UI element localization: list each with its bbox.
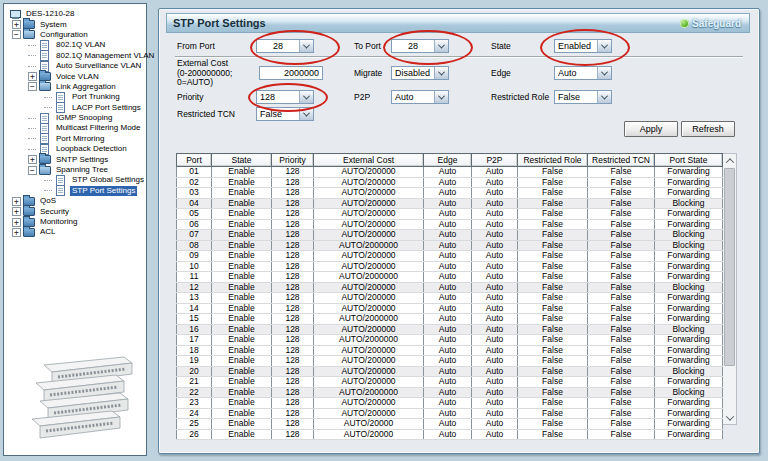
doc-icon [40, 123, 49, 134]
tree-connector [28, 55, 36, 56]
collapse-icon[interactable]: − [12, 30, 21, 39]
expand-icon[interactable]: + [28, 155, 37, 164]
tree-item-label: SNTP Settings [54, 155, 110, 165]
tree-item[interactable]: Loopback Detection [8, 144, 145, 154]
migrate-select[interactable]: Disabled [391, 66, 449, 80]
tree-item[interactable]: 802.1Q Management VLAN [8, 51, 145, 61]
chevron-down-icon [299, 91, 313, 103]
p2p-label: P2P [354, 93, 370, 103]
from-port-label: From Port [177, 42, 215, 52]
tree-item-label: QoS [38, 196, 58, 206]
expand-icon[interactable]: + [12, 228, 21, 237]
table-row: 05Enable128AUTO/200000AutoAutoFalseFalse… [177, 209, 723, 220]
chevron-down-icon [434, 40, 448, 52]
tree-item-label: Spanning Tree [54, 165, 110, 175]
tree-item[interactable]: LACP Port Settings [8, 103, 145, 113]
expand-icon[interactable]: + [12, 197, 21, 206]
page-title: STP Port Settings [167, 17, 680, 29]
safeguard-logo: Safeguard [680, 18, 749, 29]
tree-item[interactable]: +SNTP Settings [8, 154, 145, 164]
collapse-icon[interactable]: − [28, 166, 37, 175]
from-port-select[interactable]: 28 [256, 39, 314, 53]
external-cost-input[interactable] [259, 66, 323, 80]
expand-icon[interactable]: + [28, 72, 37, 81]
priority-select[interactable]: 128 [256, 90, 314, 104]
edge-select[interactable]: Auto [554, 66, 612, 80]
folder-open-icon [39, 82, 51, 91]
tree-item[interactable]: Port Mirroring [8, 134, 145, 144]
tree-item[interactable]: Multicast Filtering Mode [8, 123, 145, 133]
chevron-down-icon [434, 67, 448, 79]
switch-stack-illustration [14, 350, 140, 450]
tree-item[interactable]: STP Global Settings [8, 175, 145, 185]
port-table: PortStatePriorityExternal CostEdgeP2PRes… [176, 153, 723, 440]
table-row: 21Enable128AUTO/200000AutoAutoFalseFalse… [177, 377, 723, 388]
tree-item[interactable]: IGMP Snooping [8, 113, 145, 123]
table-scrollbar[interactable] [723, 153, 737, 425]
collapse-icon[interactable]: − [28, 82, 37, 91]
doc-icon [56, 92, 65, 103]
table-row: 18Enable128AUTO/200000AutoAutoFalseFalse… [177, 345, 723, 356]
to-port-select[interactable]: 28 [391, 39, 449, 53]
tree-item-label: System [38, 20, 69, 30]
table-row: 11Enable128AUTO/2000000AutoAutoFalseFals… [177, 272, 723, 283]
tree-connector [44, 180, 52, 181]
tree-connector [28, 128, 36, 129]
column-header: Priority [272, 154, 314, 167]
tree-item-label: IGMP Snooping [54, 113, 114, 123]
tree-connector [28, 45, 36, 46]
tree-item[interactable]: −Link Aggregation [8, 82, 145, 92]
expand-icon[interactable]: + [12, 20, 21, 29]
p2p-select[interactable]: Auto [391, 90, 449, 104]
state-select[interactable]: Enabled [554, 39, 612, 53]
table-row: 25Enable128AUTO/20000AutoAutoFalseFalseF… [177, 419, 723, 430]
tree-connector [44, 97, 52, 98]
table-row: 03Enable128AUTO/200000AutoAutoFalseFalse… [177, 188, 723, 199]
apply-button[interactable]: Apply [624, 121, 678, 137]
tree-item-label: Port Mirroring [54, 134, 106, 144]
refresh-button[interactable]: Refresh [681, 121, 735, 137]
doc-icon [56, 102, 65, 113]
tree-item-label: Voice VLAN [54, 72, 101, 82]
safeguard-icon [680, 19, 689, 28]
sidebar-panel: DES-1210-28+System−Configuration802.1Q V… [3, 3, 147, 456]
doc-icon [40, 113, 49, 124]
port-table-container: PortStatePriorityExternal CostEdgeP2PRes… [176, 153, 737, 440]
tree-item-label: Loopback Detection [54, 144, 129, 154]
table-row: 08Enable128AUTO/2000000AutoAutoFalseFals… [177, 240, 723, 251]
tree-item-label: DES-1210-28 [24, 9, 76, 19]
expand-icon[interactable]: + [12, 207, 21, 216]
tree-item[interactable]: Port Trunking [8, 92, 145, 102]
table-row: 19Enable128AUTO/200000AutoAutoFalseFalse… [177, 356, 723, 367]
tree-connector [28, 138, 36, 139]
table-row: 09Enable128AUTO/200000AutoAutoFalseFalse… [177, 251, 723, 262]
column-header: P2P [472, 154, 518, 167]
tree-item[interactable]: +ACL [8, 227, 145, 237]
table-row: 10Enable128AUTO/200000AutoAutoFalseFalse… [177, 261, 723, 272]
tree-item[interactable]: 802.1Q VLAN [8, 40, 145, 50]
screen: DES-1210-28+System−Configuration802.1Q V… [0, 0, 768, 461]
tree-item[interactable]: +Voice VLAN [8, 71, 145, 81]
scroll-down-icon[interactable] [723, 411, 736, 424]
doc-icon [40, 133, 49, 144]
restricted-role-select[interactable]: False [554, 90, 612, 104]
expand-icon[interactable]: + [12, 218, 21, 227]
tree-item[interactable]: −Spanning Tree [8, 165, 145, 175]
tree-connector [44, 107, 52, 108]
tree-item-label: Auto Surveillance VLAN [54, 61, 143, 71]
restricted-tcn-select[interactable]: False [256, 107, 314, 121]
column-header: Port State [655, 154, 723, 167]
table-row: 07Enable128AUTO/200000AutoAutoFalseFalse… [177, 230, 723, 241]
tree-item-label: 802.1Q Management VLAN [54, 51, 156, 61]
to-port-label: To Port [354, 42, 381, 52]
tree-item[interactable]: Auto Surveillance VLAN [8, 61, 145, 71]
scrollbar-thumb[interactable] [724, 168, 735, 366]
tree-item[interactable]: −Configuration [8, 30, 145, 40]
scroll-up-icon[interactable] [723, 154, 736, 167]
tree-connector [44, 190, 52, 191]
tree-item-label: STP Port Settings [70, 186, 137, 196]
table-row: 13Enable128AUTO/200000AutoAutoFalseFalse… [177, 293, 723, 304]
tree-connector [28, 118, 36, 119]
table-row: 16Enable128AUTO/200000AutoAutoFalseFalse… [177, 324, 723, 335]
chevron-down-icon [434, 91, 448, 103]
